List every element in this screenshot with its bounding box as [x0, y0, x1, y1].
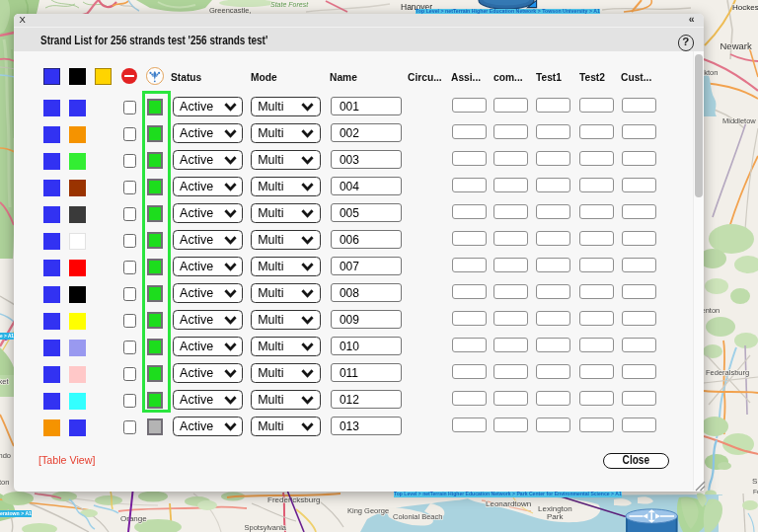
svg-text:Fredericksburg: Fredericksburg — [267, 495, 320, 504]
svg-text:enton: enton — [702, 306, 720, 315]
svg-text:ndo: ndo — [0, 451, 11, 460]
svg-text:Orange: Orange — [120, 514, 147, 523]
svg-text:Newark: Newark — [720, 40, 752, 51]
svg-text:ket: ket — [0, 377, 9, 386]
svg-text:Park: Park — [547, 512, 564, 521]
svg-text:Hockess: Hockess — [732, 3, 758, 12]
svg-text:Federalsburg: Federalsburg — [706, 368, 749, 377]
svg-text:Middletow: Middletow — [722, 116, 756, 125]
svg-text:King George: King George — [347, 506, 389, 515]
svg-text:Leonardtown: Leonardtown — [486, 499, 531, 508]
svg-text:State Forest: State Forest — [270, 1, 309, 8]
svg-text:Colonial Beach: Colonial Beach — [393, 512, 442, 521]
svg-text:lkton: lkton — [703, 68, 719, 77]
svg-text:ton: ton — [0, 478, 9, 487]
svg-text:S: S — [752, 477, 757, 486]
svg-text:Spotsylvania: Spotsylvania — [245, 523, 287, 532]
